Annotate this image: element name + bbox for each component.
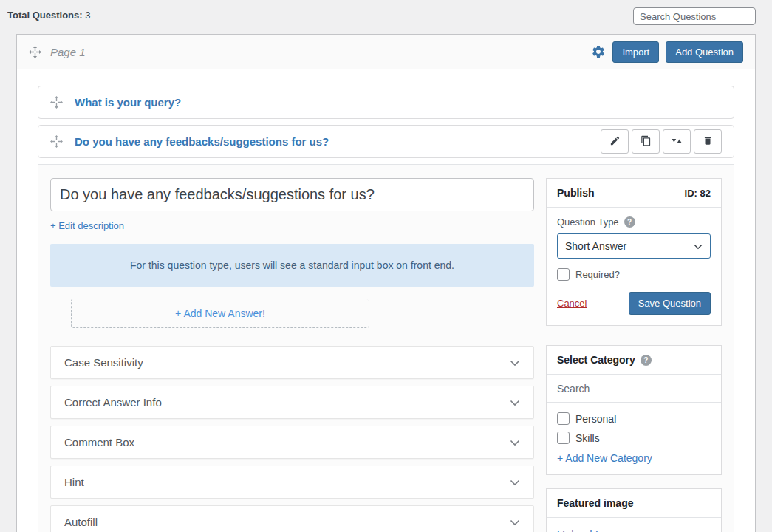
publish-panel-title: Publish <box>557 187 595 199</box>
question-drag-handle-icon[interactable] <box>50 96 63 109</box>
question-drag-handle-icon[interactable] <box>50 135 63 148</box>
publish-panel: Publish ID: 82 Question Type ? Short Ans… <box>546 178 722 326</box>
featured-image-panel: Featured image Upload Image <box>546 488 722 532</box>
question-type-notice: For this question type, users will see a… <box>50 244 534 287</box>
publish-panel-body: Question Type ? Short Answer Required? <box>547 208 721 325</box>
required-label: Required? <box>575 269 620 280</box>
category-options: Personal Skills <box>547 403 721 447</box>
import-button[interactable]: Import <box>612 41 659 63</box>
question-type-label-row: Question Type ? <box>557 216 711 228</box>
upload-image-link[interactable]: Upload Image <box>557 528 626 532</box>
total-questions-label: Total Questions: <box>7 10 83 21</box>
accordion-comment-box[interactable]: Comment Box <box>50 426 534 459</box>
accordion-label: Hint <box>64 476 84 488</box>
category-checkbox[interactable] <box>557 412 570 425</box>
page-header-actions: Import Add Question <box>591 41 743 63</box>
question-editor: + Edit description For this question typ… <box>38 164 734 532</box>
editor-sidebar: Publish ID: 82 Question Type ? Short Ans… <box>546 178 722 532</box>
page-body: What is your query? Do you have any feed… <box>17 69 755 532</box>
help-icon[interactable]: ? <box>641 355 652 366</box>
question-row: Do you have any feedbacks/suggestions fo… <box>38 125 734 158</box>
question-type-select[interactable]: Short Answer <box>557 233 711 259</box>
question-text-input[interactable] <box>50 178 534 211</box>
required-checkbox-row: Required? <box>557 268 711 281</box>
page-title: Page 1 <box>50 46 86 58</box>
delete-question-button[interactable] <box>694 129 722 154</box>
trash-icon <box>703 135 713 149</box>
editor-main-column: + Edit description For this question typ… <box>50 178 534 532</box>
accordion-label: Autofill <box>64 516 98 528</box>
sort-question-button[interactable] <box>663 129 691 154</box>
featured-panel-header: Featured image <box>547 489 721 518</box>
featured-panel-title: Featured image <box>557 497 633 509</box>
category-checkbox[interactable] <box>557 432 570 444</box>
accordion-correct-answer-info[interactable]: Correct Answer Info <box>50 386 534 419</box>
duplicate-icon <box>641 135 652 149</box>
publish-panel-header: Publish ID: 82 <box>547 179 721 208</box>
add-new-answer-button[interactable]: + Add New Answer! <box>71 299 369 328</box>
page-settings-gear-icon[interactable] <box>591 44 606 59</box>
sort-arrows-icon <box>671 136 683 148</box>
category-panel-header: Select Category ? <box>547 346 721 375</box>
chevron-down-icon <box>510 436 520 449</box>
page-header: Page 1 Import Add Question <box>17 35 755 69</box>
publish-panel-footer: Cancel Save Question <box>557 292 711 315</box>
category-option-skills: Skills <box>557 432 711 444</box>
cancel-link[interactable]: Cancel <box>557 298 587 309</box>
page-drag-handle-icon[interactable] <box>29 46 41 58</box>
category-search-input[interactable] <box>547 375 721 403</box>
quiz-page-card: Page 1 Import Add Question What is your … <box>16 34 756 532</box>
pencil-icon <box>609 135 621 149</box>
question-title-link[interactable]: What is your query? <box>75 96 181 109</box>
question-title-link[interactable]: Do you have any feedbacks/suggestions fo… <box>75 135 329 148</box>
chevron-down-icon <box>510 476 520 489</box>
topbar: Total Questions: 3 <box>0 0 772 34</box>
save-question-button[interactable]: Save Question <box>629 292 711 315</box>
accordion-hint[interactable]: Hint <box>50 466 534 499</box>
category-panel-title: Select Category ? <box>557 354 652 366</box>
duplicate-question-button[interactable] <box>632 129 660 154</box>
edit-description-link[interactable]: + Edit description <box>50 220 124 231</box>
question-type-selected-value: Short Answer <box>565 240 626 252</box>
question-row: What is your query? <box>38 86 734 119</box>
chevron-down-icon <box>694 240 703 252</box>
category-option-label: Skills <box>575 432 600 444</box>
accordion-case-sensitivity[interactable]: Case Sensitivity <box>50 346 534 379</box>
help-icon[interactable]: ? <box>624 216 635 228</box>
chevron-down-icon <box>510 516 520 529</box>
total-questions-value: 3 <box>85 10 90 21</box>
category-option-label: Personal <box>575 413 616 425</box>
add-new-category-link[interactable]: + Add New Category <box>557 452 652 464</box>
select-category-panel: Select Category ? Personal Skills <box>546 345 722 475</box>
required-checkbox[interactable] <box>557 268 570 281</box>
accordion-label: Comment Box <box>64 436 134 449</box>
add-question-button[interactable]: Add Question <box>666 41 743 63</box>
chevron-down-icon <box>510 356 520 369</box>
category-panel-title-text: Select Category <box>557 354 635 366</box>
search-questions-input[interactable] <box>633 7 756 25</box>
total-questions: Total Questions: 3 <box>7 7 90 21</box>
edit-question-button[interactable] <box>601 129 629 154</box>
accordion-label: Correct Answer Info <box>64 396 162 409</box>
category-option-personal: Personal <box>557 412 711 425</box>
accordion-autofill[interactable]: Autofill <box>50 505 534 532</box>
chevron-down-icon <box>510 396 520 409</box>
question-id: ID: 82 <box>685 188 711 199</box>
question-actions <box>601 129 722 154</box>
settings-accordion-list: Case Sensitivity Correct Answer Info Com… <box>50 346 534 532</box>
question-type-label: Question Type <box>557 216 619 228</box>
accordion-label: Case Sensitivity <box>64 356 143 369</box>
